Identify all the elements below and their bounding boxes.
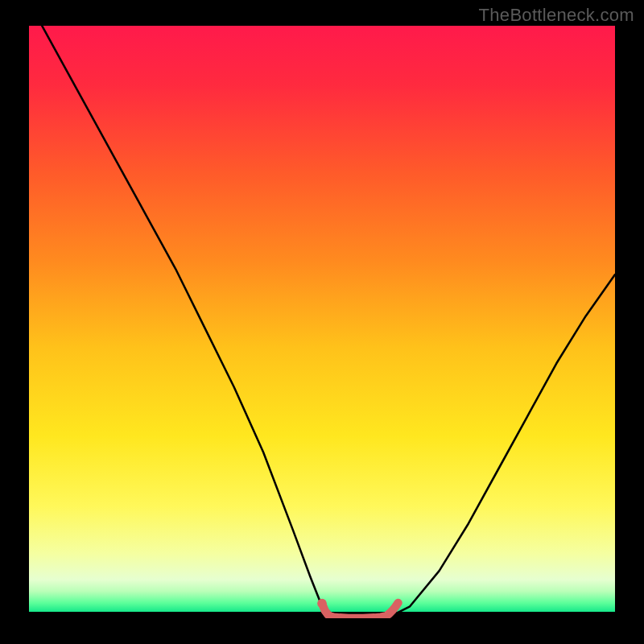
- plot-area: [29, 26, 615, 618]
- optimal-zone-start-dot: [317, 599, 327, 609]
- bottleneck-curve: [29, 26, 615, 618]
- chart-frame: TheBottleneck.com: [0, 0, 644, 644]
- curve-layer: [29, 26, 615, 618]
- optimal-zone-marker: [322, 603, 398, 618]
- watermark-text: TheBottleneck.com: [479, 5, 634, 26]
